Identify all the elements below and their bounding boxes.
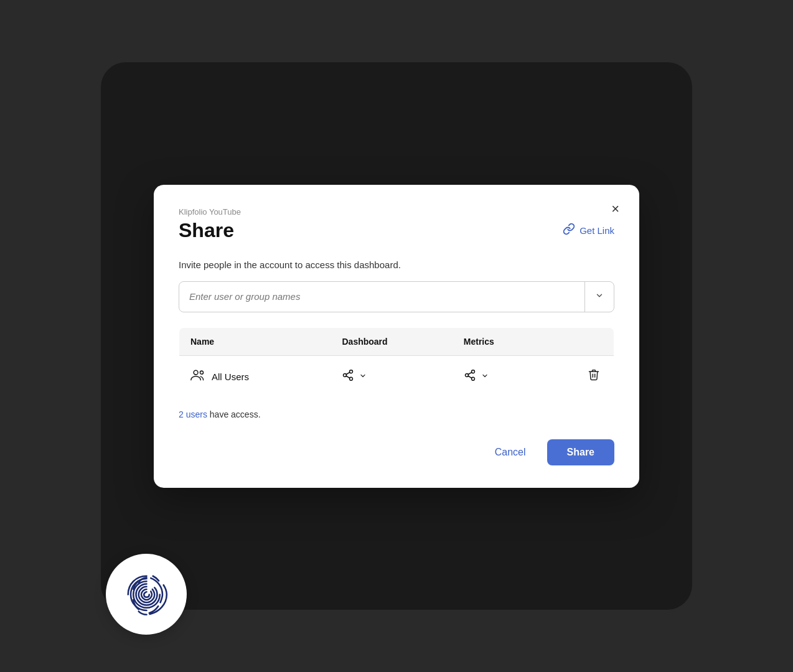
- invite-text: Invite people in the account to access t…: [179, 259, 614, 270]
- get-link-label: Get Link: [580, 225, 614, 236]
- share-dialog: × Klipfolio YouTube Share Get Link Invit…: [154, 185, 639, 488]
- fingerprint-badge: [106, 554, 187, 635]
- svg-line-10: [468, 376, 472, 378]
- col-metrics: Metrics: [453, 327, 574, 355]
- share-button[interactable]: Share: [547, 439, 614, 465]
- dashboard-permission-cell[interactable]: [331, 355, 452, 398]
- permissions-table: Name Dashboard Metrics: [179, 327, 614, 398]
- cancel-button[interactable]: Cancel: [484, 441, 537, 464]
- dashboard-share-icon: [342, 369, 354, 385]
- svg-line-6: [347, 372, 350, 374]
- svg-line-5: [347, 376, 350, 378]
- all-users-icon: [190, 369, 205, 385]
- search-input[interactable]: [179, 282, 584, 310]
- dashboard-chevron-icon: [359, 372, 367, 381]
- access-count-link[interactable]: 2 users: [179, 409, 207, 419]
- link-icon: [563, 223, 575, 238]
- svg-point-0: [194, 370, 198, 375]
- table-row: All Users: [179, 355, 614, 398]
- delete-row-button[interactable]: [585, 366, 603, 388]
- close-button[interactable]: ×: [609, 200, 622, 218]
- metrics-permission-cell[interactable]: [453, 355, 574, 398]
- access-text: 2 users have access.: [179, 409, 614, 419]
- modal-subtitle: Klipfolio YouTube: [179, 207, 614, 217]
- footer-actions: Cancel Share: [179, 439, 614, 465]
- search-container: [179, 281, 614, 312]
- user-name: All Users: [212, 371, 249, 382]
- modal-title: Share: [179, 219, 234, 242]
- search-dropdown-button[interactable]: [584, 282, 614, 312]
- metrics-chevron-icon: [481, 372, 489, 381]
- dashboard-permission-button[interactable]: [342, 369, 367, 385]
- svg-point-1: [200, 371, 203, 374]
- get-link-button[interactable]: Get Link: [563, 223, 614, 238]
- col-dashboard: Dashboard: [331, 327, 452, 355]
- delete-cell[interactable]: [574, 355, 614, 398]
- metrics-permission-button[interactable]: [464, 369, 489, 385]
- svg-line-11: [468, 372, 472, 374]
- user-name-cell: All Users: [179, 355, 331, 398]
- metrics-share-icon: [464, 369, 476, 385]
- chevron-down-icon: [595, 291, 604, 302]
- fingerprint-icon: [120, 568, 173, 621]
- col-name: Name: [179, 327, 331, 355]
- col-actions: [574, 327, 614, 355]
